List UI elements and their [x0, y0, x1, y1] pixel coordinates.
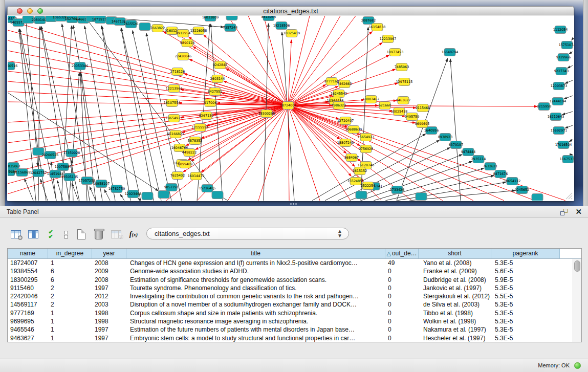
- graph-node-label: 7632621: [483, 164, 497, 168]
- graph-node-label: 11675334: [560, 157, 574, 161]
- table-panel-titlebar[interactable]: Table Panel ✕: [0, 206, 588, 218]
- graph-node-teal[interactable]: [139, 23, 150, 31]
- graph-node-teal[interactable]: [356, 191, 367, 199]
- zoom-window-icon[interactable]: [37, 8, 43, 14]
- graph-node-label: 20160516: [8, 64, 17, 68]
- graph-node-teal[interactable]: [416, 193, 427, 201]
- graph-node-label: 8427552: [208, 90, 222, 94]
- table-row[interactable]: 969969511998Structural magnetic resonanc…: [8, 317, 573, 325]
- graph-node-label: 10654112: [504, 179, 521, 183]
- window-titlebar[interactable]: citations_edges.txt: [7, 6, 574, 15]
- graph-node-label: 9227343: [554, 69, 569, 73]
- close-panel-icon[interactable]: ✕: [575, 207, 582, 216]
- delete-table-button[interactable]: ⓧ: [110, 228, 123, 241]
- function-builder-button[interactable]: f(x): [127, 228, 140, 241]
- collapsed-right-panel[interactable]: [583, 0, 588, 206]
- graph-node-label: 13226058: [190, 29, 207, 33]
- status-bar: Memory: OK: [0, 359, 588, 372]
- memory-ok-icon[interactable]: [574, 362, 581, 369]
- graph-node-label: 9890124: [180, 41, 194, 45]
- graph-node-label: 2935114: [471, 157, 486, 161]
- stacked-rows-icon: [64, 230, 68, 239]
- table-row[interactable]: 911546021997Tourette syndrome. Phenomeno…: [8, 284, 573, 292]
- table-row[interactable]: 946554611997Estimation of the future num…: [8, 325, 573, 334]
- scrollbar-thumb[interactable]: [574, 260, 580, 272]
- graph-node-label: 6099489: [178, 162, 192, 166]
- graph-node-teal[interactable]: [226, 16, 237, 20]
- graph-node-label: 8813054: [262, 16, 276, 19]
- graph-node-label: 10325419: [284, 31, 300, 35]
- column-header-out_de[interactable]: △out_de…: [385, 249, 419, 258]
- graph-node-label: 12213963: [166, 86, 183, 91]
- graph-node-label: 7625402: [170, 173, 185, 178]
- network-desktop: citations_edges.txt 23055131405572420891…: [0, 0, 588, 206]
- sort-ascending-icon: △: [386, 250, 390, 256]
- float-panel-icon[interactable]: [560, 209, 568, 215]
- table-row[interactable]: 1456911722003Disruption of a novel membe…: [8, 300, 573, 309]
- table-select-value: citations_edges.txt: [155, 230, 210, 237]
- graph-node-label: 9756928: [359, 147, 373, 151]
- table-row[interactable]: 1830029562008Estimation of significance …: [8, 276, 573, 284]
- graph-node-label: 9242848: [213, 63, 227, 67]
- graph-node-label: 15751074: [559, 43, 574, 47]
- graph-node-label: 7663822: [150, 26, 165, 30]
- graph-node-label: 15692971: [551, 128, 568, 133]
- node-table: namein_degreeyeartitle△out_de…shortpager…: [7, 248, 582, 342]
- graph-node-label: 17016504: [555, 143, 572, 147]
- minimize-window-icon[interactable]: [27, 8, 33, 14]
- graph-node-label: 11156869: [14, 170, 31, 174]
- delete-rows-button[interactable]: [92, 228, 105, 241]
- select-all-button[interactable]: ✔✔: [44, 228, 57, 241]
- graph-node-label: 2603144: [210, 77, 225, 81]
- column-header-title[interactable]: title: [126, 249, 385, 258]
- table-settings-button[interactable]: [9, 228, 23, 241]
- graph-node-teal[interactable]: [142, 192, 153, 200]
- table-settings-icon: [11, 230, 21, 238]
- panel-splitter-handle[interactable]: [290, 203, 298, 206]
- graph-node-label: 10807467: [363, 97, 380, 101]
- graph-node-teal[interactable]: [212, 191, 223, 199]
- graph-node-label: 12720407: [337, 119, 354, 123]
- graph-node-label: 7357244: [223, 26, 237, 30]
- window-title: citations_edges.txt: [8, 7, 574, 15]
- close-window-icon[interactable]: [17, 8, 23, 14]
- resize-grip-icon[interactable]: [565, 192, 573, 200]
- column-header-year[interactable]: year: [92, 249, 126, 258]
- column-header-pagerank[interactable]: pagerank: [491, 249, 560, 258]
- graph-node-label: 10958107: [93, 182, 110, 186]
- graph-node-label: 12444194: [550, 99, 567, 103]
- vertical-scrollbar[interactable]: [573, 259, 581, 342]
- row-height-button[interactable]: [59, 228, 73, 241]
- new-table-button[interactable]: [75, 228, 88, 241]
- column-header-in_degree[interactable]: in_degree: [48, 249, 92, 258]
- table-body[interactable]: 1872400712008Changes of HCN gene express…: [8, 259, 573, 342]
- graph-node-teal[interactable]: [532, 194, 543, 201]
- graph-node-label: 16033809: [202, 16, 219, 19]
- table-row[interactable]: 2242004622012Investigating the contribut…: [8, 292, 573, 300]
- table-row[interactable]: 1938455462009Genome-wide association stu…: [8, 267, 573, 275]
- table-header-row: namein_degreeyeartitle△out_de…shortpager…: [8, 249, 581, 259]
- table-row[interactable]: 946362711997Embryonic stem cells: a mode…: [8, 334, 573, 342]
- graph-node-label: 12975115: [396, 80, 413, 84]
- column-header-name[interactable]: name: [8, 249, 48, 258]
- collapsed-left-panel[interactable]: [0, 0, 5, 206]
- table-panel-body: ✔✔ ⓧ f(x) citations_edges.txt ▲▼: [5, 222, 583, 344]
- network-view-window: citations_edges.txt 23055131405572420891…: [7, 6, 574, 201]
- graph-node-label: 16210643: [548, 115, 564, 119]
- graph-node-label: 9474444: [461, 150, 475, 154]
- show-columns-button[interactable]: [27, 228, 40, 241]
- graph-node-label: 1112054: [553, 28, 568, 32]
- graph-node-label: 18807249: [337, 141, 354, 145]
- network-canvas[interactable]: 2305513140557242089140610653287152760264…: [8, 16, 574, 201]
- graph-node-label: 10688639: [345, 127, 362, 132]
- table-select-dropdown[interactable]: citations_edges.txt ▲▼: [146, 228, 349, 239]
- table-row[interactable]: 1872400712008Changes of HCN gene express…: [8, 259, 573, 267]
- graph-node-teal[interactable]: [158, 191, 169, 199]
- table-row[interactable]: 977716911998Corpus callosum shape and si…: [8, 309, 573, 317]
- graph-node-label: 10025438: [391, 110, 408, 114]
- column-header-short[interactable]: short: [419, 249, 491, 258]
- new-document-icon: [77, 229, 85, 239]
- graph-node-label: 16648794: [442, 50, 459, 54]
- graph-node-label: 7986322: [332, 103, 346, 107]
- memory-status-label: Memory: OK: [538, 362, 570, 368]
